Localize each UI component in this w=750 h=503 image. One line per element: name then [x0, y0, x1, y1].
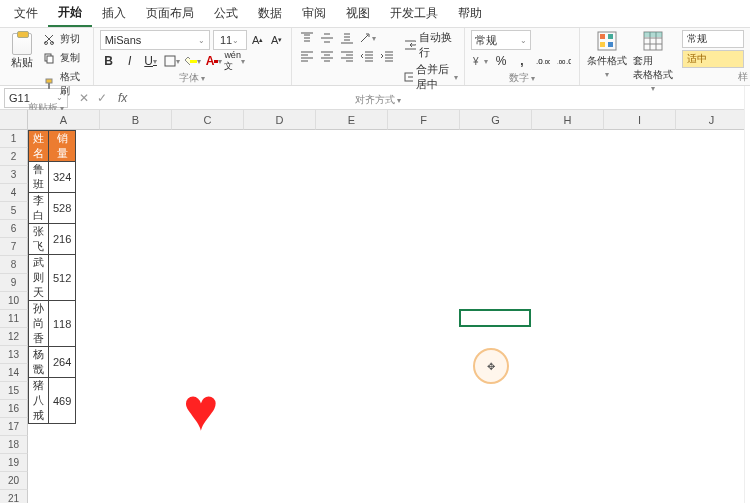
column-header[interactable]: A — [28, 110, 100, 130]
row-header[interactable]: 15 — [0, 382, 28, 400]
row-header[interactable]: 14 — [0, 364, 28, 382]
table-cell[interactable]: 李白 — [29, 193, 49, 224]
bold-button[interactable]: B — [100, 52, 118, 70]
font-size-select[interactable]: 11⌄ — [213, 30, 247, 50]
accounting-format-button[interactable]: ¥▾ — [471, 52, 489, 70]
row-header[interactable]: 16 — [0, 400, 28, 418]
column-header[interactable]: F — [388, 110, 460, 130]
table-cell[interactable]: 武则天 — [29, 255, 49, 301]
column-header[interactable]: I — [604, 110, 676, 130]
row-header[interactable]: 18 — [0, 436, 28, 454]
row-header[interactable]: 19 — [0, 454, 28, 472]
menu-help[interactable]: 帮助 — [448, 1, 492, 26]
align-center-button[interactable] — [318, 48, 336, 64]
column-header[interactable]: E — [316, 110, 388, 130]
cell-style-good[interactable]: 适中 — [682, 50, 744, 68]
table-cell[interactable]: 469 — [49, 378, 76, 424]
column-header[interactable]: J — [676, 110, 748, 130]
table-cell[interactable]: 118 — [49, 301, 76, 347]
table-header-cell[interactable]: 姓名 — [29, 131, 49, 162]
underline-button[interactable]: U▾ — [142, 52, 160, 70]
fx-icon[interactable]: fx — [118, 91, 127, 105]
row-header[interactable]: 13 — [0, 346, 28, 364]
increase-decimal-button[interactable]: .0.00 — [534, 52, 552, 70]
row-header[interactable]: 9 — [0, 274, 28, 292]
accept-formula-button[interactable]: ✓ — [94, 91, 110, 105]
table-header-cell[interactable]: 销量 — [49, 131, 76, 162]
align-top-button[interactable] — [298, 30, 316, 46]
table-cell[interactable]: 猪八戒 — [29, 378, 49, 424]
row-header[interactable]: 2 — [0, 148, 28, 166]
table-cell[interactable]: 张飞 — [29, 224, 49, 255]
spreadsheet-grid[interactable]: ABCDEFGHIJ 12345678910111213141516171819… — [0, 110, 750, 503]
cut-button[interactable]: 剪切 — [41, 30, 87, 48]
row-header[interactable]: 3 — [0, 166, 28, 184]
font-color-button[interactable]: A▾ — [205, 52, 223, 70]
copy-button[interactable]: 复制 — [41, 49, 87, 67]
cell-style-normal[interactable]: 常规 — [682, 30, 744, 48]
menu-formula[interactable]: 公式 — [204, 1, 248, 26]
menu-home[interactable]: 开始 — [48, 0, 92, 27]
column-header[interactable]: G — [460, 110, 532, 130]
menu-review[interactable]: 审阅 — [292, 1, 336, 26]
row-header[interactable]: 12 — [0, 328, 28, 346]
menu-dev[interactable]: 开发工具 — [380, 1, 448, 26]
format-painter-button[interactable]: 格式刷 — [41, 68, 87, 100]
table-cell[interactable]: 216 — [49, 224, 76, 255]
number-label: 数字 — [509, 71, 529, 85]
table-cell[interactable]: 鲁班 — [29, 162, 49, 193]
row-header[interactable]: 10 — [0, 292, 28, 310]
merge-center-button[interactable]: 合并后居中▾ — [404, 62, 458, 92]
align-left-button[interactable] — [298, 48, 316, 64]
heart-shape[interactable]: ♥ — [183, 380, 219, 440]
table-cell[interactable]: 324 — [49, 162, 76, 193]
row-header[interactable]: 17 — [0, 418, 28, 436]
decrease-font-button[interactable]: A▾ — [269, 32, 285, 48]
select-all-corner[interactable] — [0, 110, 28, 130]
column-header[interactable]: B — [100, 110, 172, 130]
decrease-decimal-button[interactable]: .00.0 — [555, 52, 573, 70]
phonetic-button[interactable]: wén文▾ — [226, 52, 244, 70]
wrap-text-button[interactable]: 自动换行 — [404, 30, 458, 60]
column-header[interactable]: D — [244, 110, 316, 130]
conditional-format-button[interactable]: 条件格式▾ — [586, 30, 628, 93]
svg-rect-6 — [165, 56, 175, 66]
increase-indent-button[interactable] — [378, 48, 396, 64]
align-right-button[interactable] — [338, 48, 356, 64]
format-as-table-button[interactable]: 套用 表格格式▾ — [632, 30, 674, 93]
row-header[interactable]: 20 — [0, 472, 28, 490]
align-middle-button[interactable] — [318, 30, 336, 46]
column-header[interactable]: H — [532, 110, 604, 130]
menu-file[interactable]: 文件 — [4, 1, 48, 26]
menu-data[interactable]: 数据 — [248, 1, 292, 26]
column-header[interactable]: C — [172, 110, 244, 130]
align-bottom-button[interactable] — [338, 30, 356, 46]
fill-color-button[interactable]: ▾ — [184, 52, 202, 70]
menu-layout[interactable]: 页面布局 — [136, 1, 204, 26]
table-cell[interactable]: 杨戬 — [29, 347, 49, 378]
row-header[interactable]: 7 — [0, 238, 28, 256]
row-header[interactable]: 21 — [0, 490, 28, 503]
increase-font-button[interactable]: A▴ — [250, 32, 266, 48]
font-family-select[interactable]: MiSans⌄ — [100, 30, 210, 50]
border-button[interactable]: ▾ — [163, 52, 181, 70]
number-format-select[interactable]: 常规⌄ — [471, 30, 531, 50]
table-cell[interactable]: 512 — [49, 255, 76, 301]
orientation-button[interactable]: ▾ — [358, 30, 376, 46]
table-cell[interactable]: 528 — [49, 193, 76, 224]
row-header[interactable]: 6 — [0, 220, 28, 238]
menu-insert[interactable]: 插入 — [92, 1, 136, 26]
comma-button[interactable]: , — [513, 52, 531, 70]
row-header[interactable]: 5 — [0, 202, 28, 220]
table-cell[interactable]: 264 — [49, 347, 76, 378]
row-header[interactable]: 11 — [0, 310, 28, 328]
row-header[interactable]: 8 — [0, 256, 28, 274]
percent-button[interactable]: % — [492, 52, 510, 70]
menu-view[interactable]: 视图 — [336, 1, 380, 26]
row-header[interactable]: 4 — [0, 184, 28, 202]
paste-button[interactable]: 粘贴 — [6, 30, 37, 72]
italic-button[interactable]: I — [121, 52, 139, 70]
table-cell[interactable]: 孙尚香 — [29, 301, 49, 347]
row-header[interactable]: 1 — [0, 130, 28, 148]
decrease-indent-button[interactable] — [358, 48, 376, 64]
